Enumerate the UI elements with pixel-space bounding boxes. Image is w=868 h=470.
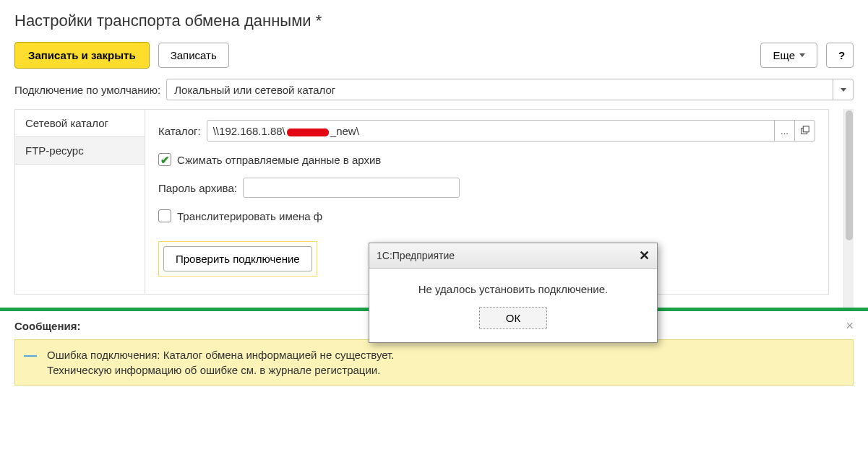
transliterate-row: Транслитерировать имена ф bbox=[158, 209, 815, 222]
more-button-label: Еще bbox=[773, 49, 795, 61]
catalog-input[interactable]: \\192.168.1.88\ _new\ ... bbox=[207, 120, 815, 142]
transliterate-checkbox[interactable] bbox=[158, 209, 171, 222]
catalog-open-button[interactable] bbox=[794, 121, 815, 141]
svg-rect-1 bbox=[803, 126, 809, 132]
tab-network-folder[interactable]: Сетевой каталог bbox=[15, 110, 145, 137]
transliterate-label: Транслитерировать имена ф bbox=[177, 210, 322, 222]
message-line-2: Техническую информацию об ошибке см. в ж… bbox=[47, 362, 394, 378]
message-line-1: Ошибка подключения: Каталог обмена инфор… bbox=[47, 347, 394, 362]
archive-password-label: Пароль архива: bbox=[158, 182, 237, 194]
catalog-browse-button[interactable]: ... bbox=[774, 121, 794, 141]
tab-ftp-resource[interactable]: FTP-ресурс bbox=[15, 137, 145, 165]
default-connection-label: Подключение по умолчанию: bbox=[14, 84, 160, 96]
dialog-titlebar[interactable]: 1С:Предприятие ✕ bbox=[369, 243, 657, 269]
default-connection-select[interactable]: Локальный или сетевой каталог bbox=[166, 79, 854, 100]
catalog-row: Каталог: \\192.168.1.88\ _new\ ... bbox=[158, 120, 815, 142]
catalog-label: Каталог: bbox=[158, 125, 201, 137]
default-connection-value: Локальный или сетевой каталог bbox=[167, 84, 833, 96]
catalog-value-prefix: \\192.168.1.88\ bbox=[213, 125, 285, 137]
archive-password-input[interactable] bbox=[243, 178, 460, 198]
catalog-input-value: \\192.168.1.88\ _new\ bbox=[207, 125, 774, 137]
tabs: Сетевой каталог FTP-ресурс bbox=[15, 110, 145, 294]
compress-row: ✔ Сжимать отправляемые данные в архив bbox=[158, 153, 815, 166]
compress-label: Сжимать отправляемые данные в архив bbox=[177, 154, 381, 166]
page-title: Настройки транспорта обмена данными * bbox=[14, 12, 854, 30]
messages-close-button[interactable]: × bbox=[846, 318, 854, 334]
archive-password-row: Пароль архива: bbox=[158, 178, 815, 198]
message-text: Ошибка подключения: Каталог обмена инфор… bbox=[47, 347, 394, 378]
compress-checkbox[interactable]: ✔ bbox=[158, 153, 171, 166]
message-minus-icon: — bbox=[24, 349, 37, 362]
dialog-close-button[interactable]: ✕ bbox=[639, 248, 650, 264]
default-connection-dropdown-button[interactable] bbox=[833, 79, 853, 100]
help-button[interactable]: ? bbox=[826, 43, 854, 68]
test-connection-focus-ring: Проверить подключение bbox=[158, 241, 317, 277]
save-and-close-button[interactable]: Записать и закрыть bbox=[14, 42, 150, 69]
dialog-message: Не удалось установить подключение. bbox=[369, 269, 657, 307]
redacted-text bbox=[287, 129, 329, 136]
messages-title: Сообщения bbox=[14, 320, 80, 332]
error-dialog: 1С:Предприятие ✕ Не удалось установить п… bbox=[369, 243, 658, 343]
caret-down-icon bbox=[799, 53, 805, 57]
dialog-title-text: 1С:Предприятие bbox=[377, 250, 455, 261]
more-button[interactable]: Еще bbox=[760, 43, 817, 68]
test-connection-button[interactable]: Проверить подключение bbox=[163, 246, 312, 271]
save-button[interactable]: Записать bbox=[158, 43, 229, 68]
message-item[interactable]: — Ошибка подключения: Каталог обмена инф… bbox=[14, 339, 854, 386]
scrollbar-thumb[interactable] bbox=[846, 110, 853, 240]
vertical-scrollbar[interactable] bbox=[843, 109, 854, 308]
open-external-icon bbox=[800, 126, 810, 136]
checkmark-icon: ✔ bbox=[160, 155, 170, 165]
default-connection-row: Подключение по умолчанию: Локальный или … bbox=[14, 79, 854, 100]
caret-down-icon bbox=[841, 88, 846, 92]
toolbar: Записать и закрыть Записать Еще ? bbox=[14, 42, 854, 69]
catalog-value-suffix: _new\ bbox=[330, 125, 359, 137]
dialog-ok-button[interactable]: ОК bbox=[479, 307, 547, 329]
